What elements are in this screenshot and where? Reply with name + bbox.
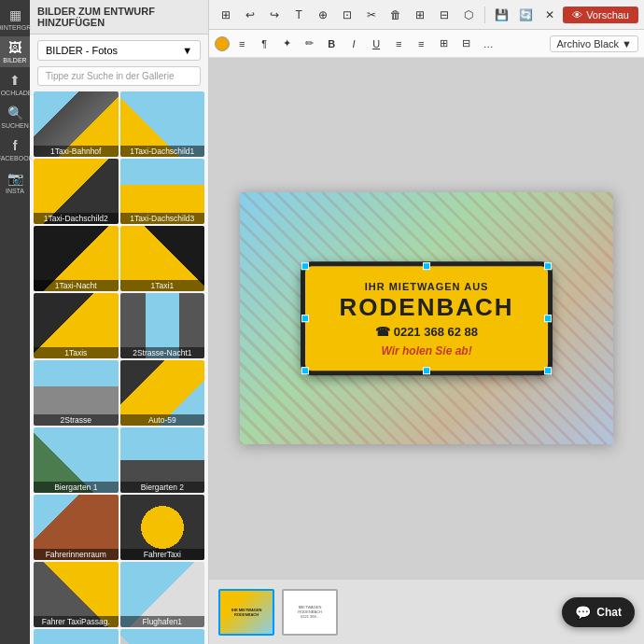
refresh-button[interactable]: 🔄 (514, 4, 537, 26)
align-center-button[interactable]: ≡ (388, 34, 409, 54)
image-grid: 1Taxi-Bahnhof 1Taxi-Dachschild1 1Taxi-Da… (30, 91, 208, 644)
list-item[interactable]: 1Taxi-Nacht (34, 226, 119, 291)
image-label: 1Taxi-Dachschild2 (34, 213, 119, 224)
search-input-area[interactable]: Tippe zur Suche in der Gallerie (37, 66, 201, 86)
format-toolbar: ≡ ¶ ✦ ✏ B I U ≡ ≡ ⊞ ⊟ … Archivo Black ▼ (209, 30, 644, 58)
copy-button[interactable]: ⊡ (336, 4, 358, 26)
delete-button[interactable]: 🗑 (385, 4, 407, 26)
image-label: 2Strasse-Nacht1 (120, 347, 205, 358)
effects-button[interactable]: ✦ (276, 34, 297, 54)
add-element-button[interactable]: ⊕ (312, 4, 334, 26)
selection-handle-mr[interactable] (544, 315, 552, 322)
list-item[interactable]: Flugzeug (120, 629, 205, 644)
paragraph-button[interactable]: ¶ (254, 34, 274, 54)
search-placeholder: Tippe zur Suche in der Gallerie (46, 71, 174, 81)
image-label: 1Taxi-Nacht (34, 280, 119, 291)
category-dropdown[interactable]: BILDER - Fotos ▼ (37, 40, 201, 61)
arrange-forward-button[interactable]: ⊞ (409, 4, 431, 26)
list-item[interactable]: 1Taxi-Dachschild1 (120, 91, 205, 157)
underline-button[interactable]: U (366, 34, 386, 54)
billboard-sign[interactable]: IHR MIETWAGEN AUS RODENBACH ☎ 0221 368 6… (301, 261, 553, 375)
image-label: 1Taxi-Bahnhof (34, 146, 119, 157)
hintergrund-icon: ▦ (9, 7, 21, 22)
image-label: Fahrerinnenraum (34, 549, 119, 560)
thumb-preview-1: IHR MIETWAGENRODENBACH (220, 591, 273, 634)
chevron-down-icon: ▼ (182, 45, 192, 56)
list-item[interactable]: Biergarten 1 (34, 427, 119, 493)
cut-button[interactable]: ✂ (360, 4, 383, 26)
selection-handle-tr[interactable] (544, 262, 552, 270)
list-item[interactable]: Flugzeug (34, 629, 119, 644)
panel-header: BILDER ZUM ENTWURF HINZUFÜGEN (30, 0, 208, 35)
main-area: ⊞ ↩ ↪ T ⊕ ⊡ ✂ 🗑 ⊞ ⊟ ⬡ 💾 🔄 ✕ 👁 Vorschau ≡… (209, 0, 644, 644)
sidebar-item-facebook[interactable]: f FACEBOOK (0, 134, 30, 165)
sidebar-label-hochladen: HOCHLADE. (0, 90, 34, 96)
preview-button[interactable]: 👁 Vorschau (563, 7, 638, 23)
thumbnail-1[interactable]: IHR MIETWAGENRODENBACH (218, 589, 274, 636)
font-selector[interactable]: Archivo Black ▼ (550, 35, 638, 52)
list-item[interactable]: 1Taxi-Dachschild3 (120, 159, 205, 224)
sidebar-item-hochladen[interactable]: ⬆ HOCHLADE. (0, 69, 30, 100)
list-item[interactable]: Auto-59 (120, 360, 205, 426)
undo-button[interactable]: ↩ (239, 4, 261, 26)
sidebar-item-hintergrund[interactable]: ▦ HINTERGR. (0, 4, 30, 35)
text-button[interactable]: T (287, 4, 310, 26)
list-item[interactable]: 2Strasse-Nacht1 (120, 293, 205, 358)
thumbnail-2[interactable]: MIETWAGENRODENBACH0221 368... (282, 589, 338, 636)
selection-handle-ml[interactable] (301, 315, 309, 322)
chat-icon: 💬 (575, 605, 591, 620)
layers-button[interactable]: ⬡ (457, 4, 480, 26)
bold-button[interactable]: B (321, 34, 342, 54)
chevron-down-icon: ▼ (622, 38, 632, 49)
list-item[interactable]: 1Taxi-Dachschild2 (34, 159, 119, 224)
selection-handle-bl[interactable] (301, 367, 309, 374)
image-label: 1Taxi-Dachschild1 (120, 146, 205, 157)
upload-icon: ⬆ (9, 73, 21, 88)
image-label: FahrerTaxi (120, 549, 205, 560)
sidebar-item-insta[interactable]: 📷 INSTA (0, 167, 30, 198)
list-item[interactable]: 2Strasse (34, 360, 119, 426)
save-button[interactable]: 💾 (490, 4, 512, 26)
pencil-button[interactable]: ✏ (299, 34, 319, 54)
selection-handle-tm[interactable] (423, 262, 430, 270)
more-options-button[interactable]: … (478, 34, 498, 54)
list-item[interactable]: Fahrer TaxiPassag. (34, 562, 119, 627)
sidebar-item-bilder[interactable]: 🖼 BILDER (0, 36, 30, 67)
image-label: 1Taxi-Dachschild3 (120, 213, 205, 224)
list-item[interactable]: Fahrerinnenraum (34, 495, 119, 560)
billboard-text-line1: IHR MIETWAGEN AUS (322, 281, 531, 292)
list-item[interactable]: Flughafen1 (120, 562, 205, 627)
arrange-back-button[interactable]: ⊟ (433, 4, 455, 26)
align-left-button[interactable]: ≡ (231, 34, 252, 54)
increase-size-button[interactable]: ⊞ (433, 34, 454, 54)
decrease-size-button[interactable]: ⊟ (455, 34, 476, 54)
selection-handle-tl[interactable] (301, 262, 309, 270)
close-button[interactable]: ✕ (539, 4, 561, 26)
thumbnail-bar: IHR MIETWAGENRODENBACH MIETWAGENRODENBAC… (209, 579, 644, 644)
thumb-preview-2: MIETWAGENRODENBACH0221 368... (284, 591, 336, 634)
redo-button[interactable]: ↪ (263, 4, 286, 26)
list-item[interactable]: 1Taxi-Bahnhof (34, 91, 119, 157)
image-label: Fahrer TaxiPassag. (34, 616, 119, 627)
list-item[interactable]: FahrerTaxi (120, 495, 205, 560)
preview-label: Vorschau (586, 9, 629, 21)
selection-handle-bm[interactable] (423, 367, 430, 374)
italic-button[interactable]: I (343, 34, 364, 54)
sidebar-item-suchen[interactable]: 🔍 SUCHEN (0, 102, 30, 133)
design-canvas: IHR MIETWAGEN AUS RODENBACH ☎ 0221 368 6… (240, 192, 613, 444)
image-label: Flughafen1 (120, 616, 205, 627)
font-name-label: Archivo Black (556, 38, 619, 49)
list-item[interactable]: 1Taxi1 (120, 226, 205, 291)
grid-button[interactable]: ⊞ (215, 4, 237, 26)
top-toolbar: ⊞ ↩ ↪ T ⊕ ⊡ ✂ 🗑 ⊞ ⊟ ⬡ 💾 🔄 ✕ 👁 Vorschau (209, 0, 644, 30)
bilder-icon: 🖼 (8, 40, 21, 55)
dropdown-label: BILDER - Fotos (46, 45, 118, 56)
list-item[interactable]: 1Taxis (34, 293, 119, 358)
chat-widget-button[interactable]: 💬 Chat (562, 597, 635, 627)
canvas-area[interactable]: IHR MIETWAGEN AUS RODENBACH ☎ 0221 368 6… (209, 58, 644, 579)
justify-button[interactable]: ≡ (411, 34, 431, 54)
search-icon: 🔍 (7, 105, 23, 120)
color-picker[interactable] (215, 36, 230, 51)
selection-handle-br[interactable] (544, 367, 552, 374)
list-item[interactable]: Biergarten 2 (120, 427, 205, 493)
